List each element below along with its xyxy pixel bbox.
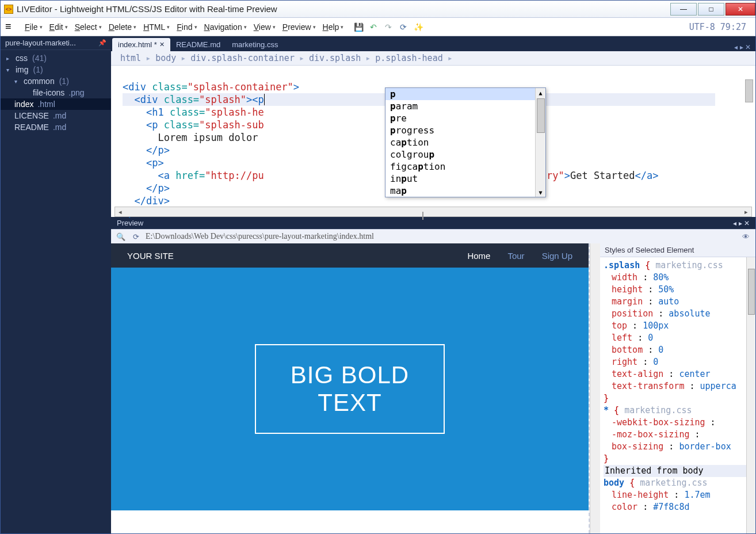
close-button[interactable]: ✕	[726, 3, 755, 16]
tab-readme[interactable]: README.md	[170, 38, 226, 51]
menu-view[interactable]: View▾	[250, 20, 279, 34]
ac-item[interactable]: colgroup	[385, 148, 545, 161]
minimize-button[interactable]: —	[670, 3, 697, 16]
ac-item[interactable]: figcaption	[385, 161, 545, 173]
crumb[interactable]: div.splash	[309, 53, 361, 63]
styles-header: Styles of Selected Element	[600, 243, 755, 257]
menu-find[interactable]: Find▾	[173, 20, 200, 34]
autocomplete-popup: p param pre progress caption colgroup fi…	[385, 87, 546, 197]
hamburger-icon[interactable]: ≡	[5, 21, 17, 33]
nav-home[interactable]: Home	[467, 251, 490, 261]
sidebar-tab-label: pure-layout-marketi...	[5, 39, 76, 47]
ac-item[interactable]: progress	[385, 124, 545, 136]
site-navbar: YOUR SITE Home Tour Sign Up	[111, 243, 589, 268]
tree-folder-common[interactable]: ▾common(1)	[1, 75, 111, 87]
ac-item[interactable]: pre	[385, 112, 545, 124]
ac-item[interactable]: input	[385, 173, 545, 185]
menu-select[interactable]: Select▾	[71, 20, 105, 34]
menu-delete[interactable]: Delete▾	[105, 20, 140, 34]
app-icon: <>	[4, 5, 13, 14]
splash-headline: BIG BOLDTEXT	[291, 361, 409, 417]
refresh-icon[interactable]: ⟳	[398, 21, 409, 33]
ac-item[interactable]: map	[385, 185, 545, 197]
wand-icon[interactable]: ✨	[413, 21, 424, 33]
editor-minimap[interactable]	[745, 68, 753, 200]
menubar: ≡ File▾ Edit▾ Select▾ Delete▾ HTML▾ Find…	[1, 18, 755, 36]
crumb[interactable]: html	[120, 53, 141, 63]
inspect-icon[interactable]: 🔍	[116, 231, 126, 242]
editor-hscrollbar[interactable]: ◂▸	[114, 207, 752, 217]
tab-index[interactable]: index.html *✕	[112, 38, 170, 51]
cursor-position: 79:27	[720, 22, 746, 32]
styles-panel: Styles of Selected Element .splash { mar…	[600, 243, 755, 533]
window-title: LIVEditor - Lightweight HTML/CSS/JS Edit…	[17, 4, 669, 14]
tree-folder-img[interactable]: ▾img(1)	[1, 64, 111, 75]
site-brand: YOUR SITE	[127, 251, 174, 261]
crumb[interactable]: div.splash-container	[190, 53, 295, 63]
menu-preview[interactable]: Preview▾	[279, 20, 319, 34]
menu-edit[interactable]: Edit▾	[46, 20, 71, 34]
crumb[interactable]: body	[155, 53, 176, 63]
maximize-button[interactable]: □	[698, 3, 724, 16]
breadcrumb: html▸ body▸ div.splash-container▸ div.sp…	[111, 51, 755, 65]
sidebar-tab[interactable]: pure-layout-marketi... 📌	[1, 36, 111, 50]
status-right: UTF-8 79:27	[689, 22, 752, 32]
inherited-label: Inherited from body	[604, 465, 752, 477]
nav-tour[interactable]: Tour	[507, 251, 524, 261]
tab-marketing[interactable]: marketing.css	[226, 38, 284, 51]
close-icon[interactable]: ✕	[159, 41, 165, 48]
eye-icon[interactable]: 👁	[740, 231, 751, 242]
menu-navigation[interactable]: Navigation▾	[201, 20, 250, 34]
nav-signup[interactable]: Sign Up	[542, 251, 572, 261]
save-icon[interactable]: 💾	[353, 21, 364, 33]
splash-area: BIG BOLDTEXT	[111, 268, 589, 510]
crumb[interactable]: p.splash-head	[375, 53, 442, 63]
code-editor[interactable]: <div class="splash-container"> <div clas…	[111, 65, 755, 217]
ac-item[interactable]: caption	[385, 136, 545, 148]
tab-scroll-controls[interactable]: ◂ ▸ ✕	[730, 43, 755, 51]
splash-footer	[111, 510, 589, 533]
encoding-label: UTF-8	[689, 22, 715, 32]
ac-item[interactable]: p	[385, 88, 545, 100]
splash-box: BIG BOLDTEXT	[255, 344, 445, 434]
ac-scrollbar[interactable]: ▲▼	[535, 88, 545, 197]
menu-help[interactable]: Help▾	[319, 20, 348, 34]
file-tree: ▸css(41) ▾img(1) ▾common(1) file-icons.p…	[1, 50, 111, 135]
menu-html[interactable]: HTML▾	[140, 20, 173, 34]
ac-item[interactable]: param	[385, 100, 545, 112]
pin-icon[interactable]: 📌	[98, 39, 106, 47]
redo-icon[interactable]: ↷	[383, 21, 394, 33]
tree-file-index[interactable]: index.html	[1, 98, 111, 110]
undo-icon[interactable]: ↶	[368, 21, 379, 33]
preview-toolbar: 🔍 ⟳ E:\Downloads\Web Dev\css\purecss\pur…	[111, 229, 755, 243]
app-window: <> LIVEditor - Lightweight HTML/CSS/JS E…	[0, 0, 756, 534]
tree-file-readme[interactable]: README.md	[1, 121, 111, 133]
titlebar: <> LIVEditor - Lightweight HTML/CSS/JS E…	[1, 1, 755, 18]
styles-body[interactable]: .splash { marketing.css width : 80% heig…	[600, 257, 755, 533]
preview-viewport: YOUR SITE Home Tour Sign Up BIG BOLDTEXT	[111, 243, 590, 533]
tree-folder-css[interactable]: ▸css(41)	[1, 52, 111, 64]
editor-tabs: index.html *✕ README.md marketing.css ◂ …	[111, 36, 755, 51]
reload-icon[interactable]: ⟳	[131, 231, 141, 242]
preview-path: E:\Downloads\Web Dev\css\purecss\pure-la…	[146, 232, 374, 241]
preview-scrollbar[interactable]	[590, 243, 600, 533]
styles-scrollbar[interactable]	[746, 257, 755, 533]
menu-file[interactable]: File▾	[21, 20, 46, 34]
tree-file-license[interactable]: LICENSE.md	[1, 110, 111, 121]
sidebar: pure-layout-marketi... 📌 ▸css(41) ▾img(1…	[1, 36, 111, 533]
tree-file-fileicons[interactable]: file-icons.png	[1, 87, 111, 98]
